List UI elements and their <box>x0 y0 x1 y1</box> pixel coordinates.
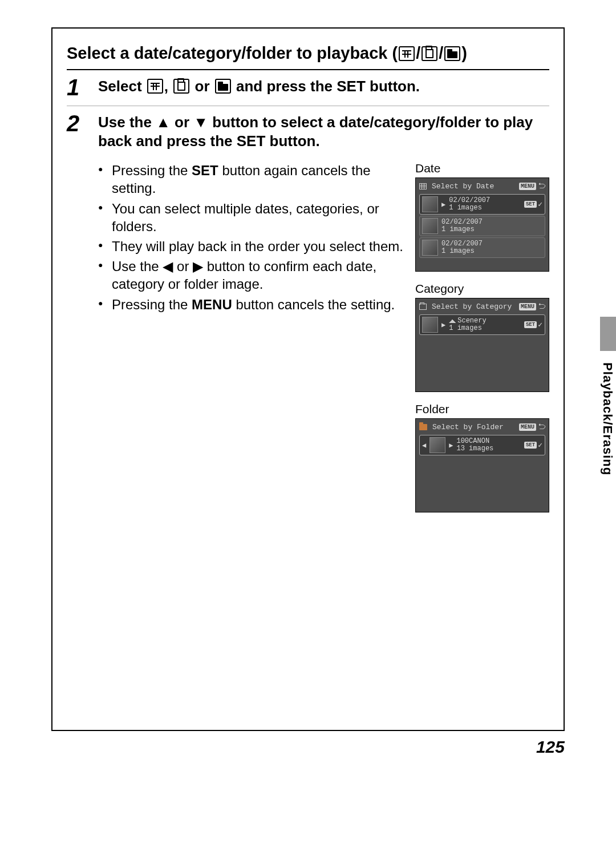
calendar-icon <box>419 183 427 189</box>
set-badge: SET✓ <box>524 200 542 209</box>
step-2: 2 Use the ▲ or ▼ button to select a date… <box>67 112 549 523</box>
thumbnail <box>429 437 445 453</box>
list-item: 02/02/20071 images <box>419 216 545 236</box>
scenery-icon <box>449 317 456 323</box>
calendar-icon <box>399 46 415 61</box>
set-label: SET <box>524 321 537 328</box>
b3p: Use the ◀ or ▶ button to confirm each da… <box>112 259 376 292</box>
folder-icon <box>419 424 427 430</box>
row-line2: 13 images <box>456 445 521 453</box>
category-icon <box>173 79 189 94</box>
screen-title: Select by Category <box>432 302 512 311</box>
screen-title: Select by Folder <box>432 423 504 431</box>
page-number: 125 <box>536 737 565 757</box>
screen-title: Select by Date <box>432 182 494 191</box>
b2p: They will play back in the order you sel… <box>112 239 403 254</box>
list-item: Pressing the MENU button cancels the set… <box>98 296 404 313</box>
row-text1: Scenery <box>457 317 486 325</box>
thumbnail <box>422 240 438 256</box>
menu-badge: MENU⮌ <box>519 302 545 311</box>
step1-m1: , <box>164 78 172 95</box>
camera-screen-date: Select by Date MENU⮌ ▶ 02/02/20071 image… <box>415 177 549 272</box>
title-text-post: ) <box>461 44 467 62</box>
list-item: ▶ 02/02/20071 images SET✓ <box>419 194 545 215</box>
camera-screens: Date Select by Date MENU⮌ ▶ 02/02/20071 … <box>415 162 549 523</box>
set-badge: SET✓ <box>524 320 542 329</box>
section-title: Select a date/category/folder to playbac… <box>67 43 549 70</box>
folder-icon <box>444 46 460 61</box>
page-content: Select a date/category/folder to playbac… <box>51 27 565 731</box>
set-label: SET <box>524 442 537 449</box>
step-1-heading: Select , or and press the SET button. <box>98 76 549 96</box>
left-triangle-icon: ◀ <box>422 441 426 450</box>
thumbnail <box>422 218 438 234</box>
list-item: 02/02/20071 images <box>419 237 545 258</box>
thumbnail <box>422 317 438 333</box>
right-triangle-icon: ▶ <box>441 321 445 329</box>
list-item: They will play back in the order you sel… <box>98 237 404 255</box>
list-item: ◀ ▶ 100CANON13 images SET✓ <box>419 435 545 455</box>
calendar-icon <box>147 79 163 94</box>
category-icon <box>419 304 427 310</box>
section-side-tab: Playback/Erasing <box>600 331 616 519</box>
category-icon <box>422 46 437 61</box>
side-tab-marker <box>600 317 616 351</box>
list-item: ▶ Scenery1 images SET✓ <box>419 314 545 335</box>
menu-label: MENU <box>519 183 536 190</box>
list-item: You can select multiple dates, categorie… <box>98 200 404 235</box>
step1-m2: or <box>191 78 213 95</box>
step1-pre: Select <box>98 78 146 95</box>
list-item: Use the ◀ or ▶ button to confirm each da… <box>98 257 404 293</box>
b4b: MENU <box>192 297 232 312</box>
menu-badge: MENU⮌ <box>519 182 545 191</box>
menu-label: MENU <box>519 423 536 431</box>
section-tab-label: Playback/Erasing <box>600 362 615 475</box>
step-2-bullets: Pressing the SET button again cancels th… <box>98 162 404 523</box>
menu-badge: MENU⮌ <box>519 423 545 431</box>
b0p: Pressing the <box>112 163 192 178</box>
b4p: Pressing the <box>112 297 192 312</box>
set-badge: SET✓ <box>524 441 542 450</box>
step-number: 2 <box>67 112 98 523</box>
camera-screen-folder: Select by Folder MENU⮌ ◀ ▶ 100CANON13 im… <box>415 418 549 512</box>
row-line2: 1 images <box>441 226 542 233</box>
row-line2: 1 images <box>449 204 521 212</box>
b4e: button cancels the setting. <box>232 297 395 312</box>
row-line2: 1 images <box>449 325 521 332</box>
step-2-heading: Use the ▲ or ▼ button to select a date/c… <box>98 112 549 152</box>
list-item: Pressing the SET button again cancels th… <box>98 162 404 197</box>
camera-screen-category: Select by Category MENU⮌ ▶ Scenery1 imag… <box>415 298 549 392</box>
screen-label-category: Category <box>415 282 549 296</box>
step1-post: and press the SET button. <box>232 78 420 95</box>
row-line2: 1 images <box>441 248 542 255</box>
screen-label-folder: Folder <box>415 402 549 416</box>
thumbnail <box>422 196 438 212</box>
step-number: 1 <box>67 76 98 99</box>
right-triangle-icon: ▶ <box>449 441 453 450</box>
separator <box>67 106 549 106</box>
screen-label-date: Date <box>415 162 549 175</box>
step-1: 1 Select , or and press the SET button. <box>67 76 549 99</box>
b1p: You can select multiple dates, categorie… <box>112 201 379 234</box>
menu-label: MENU <box>519 303 536 310</box>
set-label: SET <box>524 201 537 208</box>
b0b: SET <box>192 163 218 178</box>
title-text-pre: Select a date/category/folder to playbac… <box>67 44 398 62</box>
right-triangle-icon: ▶ <box>441 200 445 209</box>
folder-icon <box>215 79 231 94</box>
